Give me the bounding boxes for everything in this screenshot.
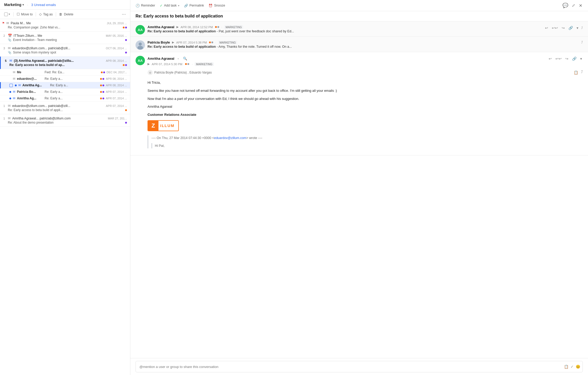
expand-icon[interactable]: ⤢	[571, 3, 576, 8]
sub-checkbox[interactable]	[9, 84, 13, 87]
purple-dot	[103, 71, 105, 73]
checkbox-icon[interactable]	[4, 13, 8, 16]
alarm-icon: ⏰	[209, 4, 213, 8]
sub-sender: eduardov@...	[17, 77, 43, 81]
sub-date: APR 07, 2014 ...	[106, 97, 127, 100]
more-options-button[interactable]: ⋯	[122, 12, 126, 17]
unread-count: 3 Unread emails	[31, 3, 56, 7]
note-icon[interactable]: 📋	[564, 365, 568, 369]
message-card-expanded: AA Amritha Agrawal ● 🔍 ▶ APR 07, 2014 5:…	[130, 52, 588, 155]
task-icon[interactable]: ✓	[571, 365, 574, 369]
tag-dots	[125, 122, 127, 124]
thread-date: JUL 29, 2016 ...	[107, 22, 127, 25]
sender-name: Amritha Agrawal	[148, 57, 174, 61]
chat-icon[interactable]: 💬	[562, 2, 569, 9]
thread-count: 3	[2, 47, 6, 50]
sub-email-item[interactable]: ✉ Amritha Ag... Re: Early a... APR 07, 2…	[0, 95, 130, 102]
reply-all-icon[interactable]: ↩↩	[551, 25, 559, 31]
purple-dot	[102, 91, 104, 93]
reply-icon[interactable]: ↩	[544, 25, 549, 31]
orange-dot	[215, 26, 217, 28]
thread-senders: Amritha Agrawal... patriciab@zillum.com	[12, 117, 106, 120]
sub-sender: Patricia Bo...	[17, 90, 43, 94]
reply-all-icon[interactable]: ↩↩	[555, 56, 562, 62]
link-icon[interactable]: 🔗	[568, 25, 574, 31]
message-to-row: ⊙ Patricia Boyle (Patricia) , Eduardo Va…	[130, 68, 588, 77]
message-date: APR 08, 2014 12:52 PM	[181, 26, 213, 29]
sub-sender: Amritha Ag...	[22, 83, 48, 87]
sig-name: Amritha Agarwal	[148, 104, 583, 110]
thread-item[interactable]: 1 ✉ eduardov@zillum.com... patriciab@zil…	[0, 102, 130, 114]
thread-count: 1	[2, 117, 6, 120]
search-icon[interactable]: 🔍	[182, 56, 188, 61]
thread-item-active[interactable]: 5 ✉ (3) Amritha Agrawal... patriciab@zil…	[0, 57, 130, 69]
share-icon[interactable]: ⤴	[581, 40, 583, 44]
message-preview: Re: Early access to beta build of applic…	[148, 45, 579, 49]
reminder-button[interactable]: 🕐 Reminder	[136, 4, 155, 8]
sig-title: Customer Relations Associate	[148, 112, 583, 118]
unread-dot	[9, 71, 11, 73]
sub-email-item[interactable]: ✉ eduardov@... Re: Early a... APR 08, 20…	[0, 76, 130, 82]
more-icon[interactable]: ▾	[576, 25, 579, 31]
reply-input[interactable]	[136, 361, 583, 372]
message-header[interactable]: Patricia Boyle ▶ APR 07, 2014 5:38 PM · …	[130, 37, 588, 52]
orange-dot	[123, 64, 125, 66]
orange-dot	[123, 27, 125, 28]
message-actions: ↩ ↩↩ ↪ 🔗 ▾ ⤴	[544, 25, 583, 31]
quoted-email-link[interactable]: eduardov@zillum.com	[214, 136, 246, 140]
letter-icon[interactable]: 📋	[573, 70, 579, 75]
share-icon[interactable]: ⤴	[581, 70, 583, 75]
envelope-icon: ✉	[6, 21, 9, 25]
thread-date: MAR 27, 201...	[108, 117, 127, 120]
avatar: AA	[136, 25, 145, 34]
snooze-button[interactable]: ⏰ Snooze	[209, 4, 225, 8]
thread-count: 2	[2, 34, 6, 37]
thread-senders: ITTeam Zillum... Me	[14, 34, 104, 38]
flag-icon: ⚑	[2, 21, 5, 25]
sub-email-item[interactable]: ✉ Patricia Bo... Re: Early a... APR 07, …	[0, 89, 130, 95]
separator	[56, 12, 56, 16]
thread-senders: eduardov@zillum.com... patriciab@zill...	[12, 104, 104, 108]
add-task-button[interactable]: ✓ Add task ▾	[160, 4, 179, 8]
tag-dots	[215, 26, 219, 28]
thread-item[interactable]: 3 ✉ eduardov@zillum.com... patriciab@zil…	[0, 44, 130, 57]
tag-icon: ◇	[39, 12, 42, 16]
thread-item[interactable]: 2 📅 ITTeam Zillum... Me MAY 05, 2016 ...…	[0, 32, 130, 44]
select-all-checkbox[interactable]: ▾	[4, 13, 10, 16]
more-icon[interactable]: ▾	[579, 56, 583, 62]
tag-dots	[100, 98, 104, 99]
sub-subject: Re: Early a...	[45, 96, 99, 100]
forward-icon[interactable]: ↪	[561, 25, 566, 31]
thread-senders: (3) Amritha Agrawal... patriciab@zillu..…	[14, 59, 104, 63]
reply-icon[interactable]: ↩	[548, 56, 553, 62]
expand-to-button[interactable]: ⊙	[148, 70, 153, 75]
thread-subject: Re: Early access to beta build of ap...	[9, 63, 121, 67]
close-icon[interactable]: ✕	[578, 3, 583, 9]
delete-button[interactable]: 🗑 Delete	[59, 13, 73, 16]
move-to-button[interactable]: ☐ Move to	[17, 12, 33, 16]
permalink-button[interactable]: 🔗 Permalink	[184, 4, 204, 8]
thread-item[interactable]: 1 ✉ Amritha Agrawal... patriciab@zillum.…	[0, 114, 130, 127]
link-icon[interactable]: 🔗	[571, 56, 577, 62]
tag-as-button[interactable]: ◇ Tag as	[39, 12, 53, 16]
message-date: APR 07, 2014 5:30 PM	[152, 63, 182, 66]
email-thread-container: AA Amritha Agrawal ▶ APR 08, 2014 12:52 …	[130, 21, 588, 358]
message-meta: Amritha Agrawal ▶ APR 08, 2014 12:52 PM …	[148, 25, 542, 33]
forward-icon[interactable]: ↪	[565, 56, 569, 62]
dropdown-arrow-icon[interactable]: ▾	[9, 13, 10, 16]
thread-senders: eduardov@zillum.com... patriciab@zill...	[12, 46, 104, 50]
sub-email-item[interactable]: ✉ Me Fwd: Re: Ea... DEC 04, 2017...	[0, 69, 130, 76]
svg-point-1	[139, 43, 142, 46]
message-header[interactable]: AA Amritha Agrawal ▶ APR 08, 2014 12:52 …	[130, 21, 588, 37]
share-icon[interactable]: ⤴	[581, 26, 583, 30]
message-header[interactable]: AA Amritha Agrawal ● 🔍 ▶ APR 07, 2014 5:…	[130, 52, 588, 68]
message-preview: Re: Early access to beta build of applic…	[148, 29, 542, 33]
thread-item[interactable]: ⚑ ✉ Paula M... Me JUL 29, 2016 ... Re. C…	[0, 19, 130, 32]
tag-dots	[100, 84, 104, 86]
message-actions: ↩ ↩↩ ↪ 🔗 ▾	[548, 56, 583, 62]
orange-dot	[100, 91, 102, 93]
emoji-icon[interactable]: 😊	[576, 365, 580, 369]
folder-name[interactable]: Marketing ▾	[4, 3, 24, 7]
sub-email-item-active[interactable]: ✉ Amritha Ag... Re: Early a... APR 08, 2…	[0, 82, 130, 89]
sub-subject: Re: Early a...	[45, 90, 99, 94]
